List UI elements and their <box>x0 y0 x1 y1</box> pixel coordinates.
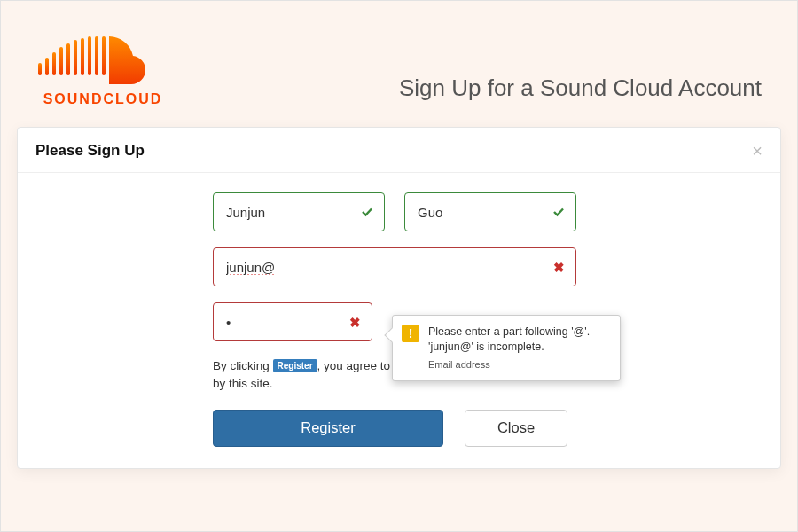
register-button[interactable]: Register <box>213 410 443 447</box>
svg-rect-7 <box>88 36 91 75</box>
page-title: Sign Up for a Sound Cloud Account <box>399 74 762 107</box>
validation-tooltip: ! Please enter a part following '@'. 'ju… <box>392 315 621 381</box>
name-row <box>213 192 576 231</box>
header: SOUNDCLOUD Sign Up for a Sound Cloud Acc… <box>13 13 785 127</box>
soundcloud-icon <box>36 31 169 88</box>
warning-icon: ! <box>402 325 419 342</box>
svg-rect-1 <box>45 58 49 75</box>
first-name-wrap <box>213 192 385 231</box>
svg-rect-5 <box>74 40 77 75</box>
svg-rect-8 <box>95 36 98 75</box>
x-icon: ✖ <box>348 315 362 329</box>
email-wrap: ✖ <box>213 247 576 286</box>
brand-logo: SOUNDCLOUD <box>36 31 169 107</box>
tooltip-sublabel: Email address <box>428 358 609 372</box>
modal-title: Please Sign Up <box>35 142 145 160</box>
signup-modal: Please Sign Up × <box>17 127 781 469</box>
password-wrap: ✖ <box>213 302 372 341</box>
last-name-input[interactable] <box>404 192 576 231</box>
svg-rect-4 <box>66 43 70 75</box>
close-icon[interactable]: × <box>752 142 763 160</box>
close-button[interactable]: Close <box>465 410 567 447</box>
svg-rect-9 <box>102 36 106 75</box>
svg-rect-0 <box>38 63 42 75</box>
register-badge: Register <box>273 359 317 372</box>
legal-prefix: By clicking <box>213 359 273 372</box>
modal-header: Please Sign Up × <box>18 128 780 173</box>
check-icon <box>360 205 374 219</box>
brand-name: SOUNDCLOUD <box>43 91 163 107</box>
page-container: SOUNDCLOUD Sign Up for a Sound Cloud Acc… <box>0 0 798 532</box>
svg-rect-2 <box>52 52 56 75</box>
last-name-wrap <box>404 192 576 231</box>
check-icon <box>552 205 566 219</box>
svg-rect-3 <box>59 47 63 75</box>
button-row: Register Close <box>213 410 576 447</box>
modal-body: ✖ ✖ By clicking Register, you agree to t… <box>18 173 780 468</box>
email-input[interactable] <box>213 247 576 286</box>
x-icon: ✖ <box>552 260 566 274</box>
svg-rect-6 <box>81 38 84 75</box>
first-name-input[interactable] <box>213 192 385 231</box>
tooltip-message: Please enter a part following '@'. 'junj… <box>428 325 609 355</box>
